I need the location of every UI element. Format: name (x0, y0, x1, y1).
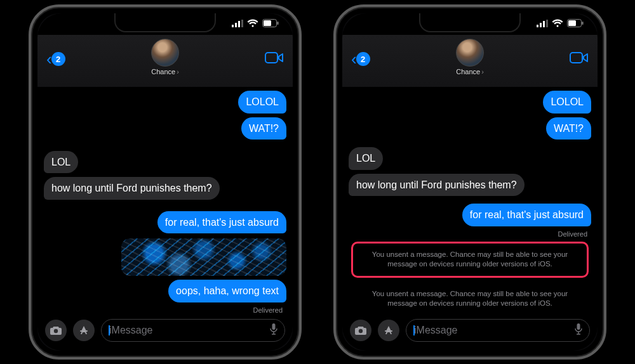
battery-icon (567, 19, 584, 29)
contact-header[interactable]: Chance (456, 39, 484, 75)
avatar (151, 39, 179, 67)
received-bubble[interactable]: how long until Ford punishes them? (349, 174, 525, 197)
svg-rect-19 (570, 53, 582, 63)
battery-icon (262, 19, 279, 29)
wifi-icon (247, 19, 258, 29)
compose-bar: iMessage (37, 314, 293, 351)
svg-rect-21 (577, 323, 580, 330)
screen: ‹ 2 Chance LOLOL WAT!? LOL how long unti… (37, 13, 293, 351)
app-store-button[interactable] (378, 320, 399, 341)
input-placeholder: iMessage (109, 325, 152, 336)
phone-left: ‹ 2 Chance LOLOL WAT!? LOL how long unti… (29, 4, 302, 360)
unsend-system-notice: You unsent a message. Chance may still b… (349, 284, 591, 314)
unread-badge: 2 (356, 52, 370, 66)
message-thread[interactable]: LOLOL WAT!? LOL how long until Ford puni… (37, 87, 293, 314)
device-notch (114, 13, 216, 32)
message-input[interactable]: iMessage (406, 319, 590, 342)
received-bubble[interactable]: LOL (349, 147, 383, 170)
svg-rect-1 (235, 23, 237, 27)
facetime-button[interactable] (570, 51, 589, 67)
sent-bubble[interactable]: WAT!? (241, 117, 286, 140)
nav-bar: ‹ 2 Chance (342, 35, 598, 87)
svg-rect-3 (241, 20, 243, 27)
back-button[interactable]: ‹ 2 (351, 49, 370, 69)
svg-point-20 (359, 329, 363, 333)
camera-button[interactable] (45, 320, 67, 341)
microphone-icon[interactable] (574, 323, 583, 338)
contact-header[interactable]: Chance (151, 39, 179, 75)
sent-bubble[interactable]: WAT!? (546, 117, 591, 140)
svg-rect-6 (277, 22, 279, 25)
sent-bubble[interactable]: oops, haha, wrong text (168, 280, 286, 302)
back-button[interactable]: ‹ 2 (46, 49, 65, 69)
received-bubble[interactable]: how long until Ford punishes them? (44, 177, 220, 200)
sent-bubble[interactable]: for real, that's just absurd (462, 204, 591, 226)
app-store-button[interactable] (73, 320, 95, 341)
screen: ‹ 2 Chance LOLOL WAT!? LOL how long unti… (342, 13, 598, 351)
contact-name: Chance (151, 68, 179, 75)
svg-rect-9 (272, 323, 276, 330)
input-placeholder: iMessage (414, 325, 457, 336)
device-notch (419, 13, 521, 32)
cellular-signal-icon (537, 20, 548, 29)
svg-rect-12 (537, 25, 538, 27)
svg-rect-15 (546, 20, 548, 27)
delivered-label: Delivered (253, 306, 283, 314)
wifi-icon (552, 19, 563, 29)
avatar (456, 39, 484, 67)
unsend-system-notice: You unsent a message. Chance may still b… (351, 242, 589, 278)
nav-bar: ‹ 2 Chance (37, 35, 293, 87)
svg-rect-14 (543, 21, 545, 27)
sent-bubble[interactable]: LOLOL (543, 91, 591, 114)
svg-rect-0 (232, 25, 234, 27)
svg-rect-7 (265, 53, 277, 63)
message-input[interactable]: iMessage (101, 319, 285, 342)
svg-rect-18 (582, 22, 584, 25)
sent-bubble[interactable]: for real, that's just absurd (157, 211, 286, 234)
facetime-button[interactable] (265, 51, 284, 67)
unsend-animation (121, 238, 286, 276)
camera-button[interactable] (350, 320, 371, 341)
compose-bar: iMessage (342, 314, 598, 351)
message-thread[interactable]: LOLOL WAT!? LOL how long until Ford puni… (342, 87, 598, 314)
received-bubble[interactable]: LOL (44, 151, 78, 174)
unread-badge: 2 (51, 52, 65, 66)
sent-bubble[interactable]: LOLOL (238, 91, 286, 114)
svg-rect-17 (568, 20, 576, 26)
delivered-label: Delivered (558, 230, 587, 238)
phone-right: ‹ 2 Chance LOLOL WAT!? LOL how long unti… (333, 4, 606, 360)
cellular-signal-icon (232, 20, 243, 29)
svg-rect-13 (540, 23, 542, 27)
microphone-icon[interactable] (269, 323, 278, 338)
svg-point-8 (54, 329, 58, 333)
svg-rect-5 (264, 20, 271, 26)
svg-rect-2 (238, 21, 240, 27)
contact-name: Chance (456, 68, 484, 75)
